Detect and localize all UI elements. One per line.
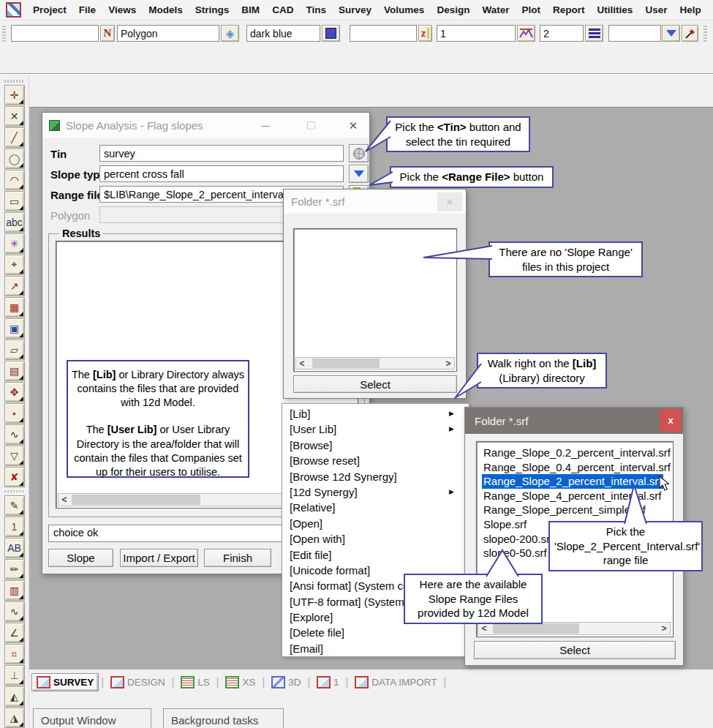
name-button[interactable]: N bbox=[100, 25, 115, 42]
insert-image-icon[interactable]: ▤ bbox=[4, 361, 25, 381]
list-hscrollbar[interactable] bbox=[295, 357, 455, 369]
file-list-item[interactable]: Range_Slope_0.2_percent_interval.srf bbox=[477, 446, 673, 460]
menu-item[interactable]: CAD bbox=[271, 3, 295, 17]
create-polygon-icon[interactable]: ▱ bbox=[4, 339, 25, 360]
eyedropper-button[interactable] bbox=[682, 25, 698, 42]
tools-icon[interactable]: ⊥ bbox=[4, 665, 25, 686]
label-1-icon[interactable]: 1 bbox=[4, 517, 25, 537]
toolbar-grip[interactable] bbox=[703, 26, 707, 42]
scroll-left-icon[interactable] bbox=[478, 623, 490, 634]
menu-item[interactable]: Plot bbox=[521, 3, 543, 17]
string-name-input[interactable] bbox=[117, 25, 219, 42]
breakline-button[interactable] bbox=[517, 25, 535, 42]
view-tab[interactable]: 3D bbox=[267, 674, 305, 691]
create-points-line-icon[interactable]: ⋆ bbox=[4, 403, 25, 424]
context-menu-item[interactable]: [Email] bbox=[282, 641, 469, 656]
scroll-left-icon[interactable] bbox=[296, 358, 308, 369]
create-line-icon[interactable]: ╱ bbox=[4, 127, 25, 148]
create-super-string-icon[interactable]: ▣ bbox=[4, 318, 25, 339]
close-button[interactable] bbox=[437, 192, 462, 211]
view-tab[interactable]: DESIGN bbox=[106, 674, 170, 691]
context-menu-item[interactable]: [Lib] bbox=[282, 406, 469, 421]
file-list-item[interactable]: Range_Slope_0.4_percent_interval.srf bbox=[477, 460, 673, 475]
scroll-left-icon[interactable] bbox=[59, 494, 70, 506]
toolbar-grip[interactable] bbox=[4, 80, 25, 83]
edit-string-icon[interactable]: ∿ bbox=[4, 601, 25, 622]
create-symbol-icon[interactable]: ✳ bbox=[4, 233, 25, 254]
measure-icon[interactable]: ↗ bbox=[4, 276, 25, 296]
plan-edit-icon[interactable]: ▥ bbox=[4, 580, 25, 601]
create-points-icon[interactable]: ✕ bbox=[4, 106, 25, 127]
create-circle-icon[interactable]: ◯ bbox=[4, 149, 25, 169]
context-menu-item[interactable]: [Relative] bbox=[282, 500, 469, 515]
context-menu-item[interactable]: [Browse] bbox=[282, 438, 469, 453]
select-button[interactable]: Select bbox=[293, 375, 457, 393]
menu-item[interactable]: Volumes bbox=[382, 3, 426, 17]
output-window-panel[interactable]: Output Window bbox=[33, 708, 151, 728]
create-text-icon[interactable]: abc bbox=[4, 212, 25, 233]
dialog-titlebar[interactable]: Slope Analysis - Flag slopes bbox=[42, 113, 369, 139]
select-button[interactable]: Select bbox=[474, 641, 676, 659]
symbol-input[interactable] bbox=[608, 25, 661, 42]
size-input[interactable] bbox=[540, 25, 584, 42]
delete-icon[interactable]: ✘ bbox=[4, 467, 25, 487]
scroll-right-icon[interactable] bbox=[658, 623, 670, 634]
create-fence-icon[interactable]: ▽ bbox=[4, 446, 25, 466]
scroll-thumb[interactable] bbox=[493, 623, 579, 634]
menu-item[interactable]: Tins bbox=[304, 3, 328, 17]
scroll-thumb[interactable] bbox=[312, 359, 380, 368]
menu-item[interactable]: BIM bbox=[240, 3, 261, 17]
popup-titlebar[interactable]: Folder *.srf x bbox=[465, 408, 683, 434]
menu-item[interactable]: Design bbox=[435, 3, 471, 17]
dropdown-button[interactable] bbox=[662, 25, 680, 42]
weight-input[interactable] bbox=[437, 25, 516, 42]
popup-titlebar[interactable]: Folder *.srf bbox=[284, 189, 466, 214]
create-rectangle-icon[interactable]: ▭ bbox=[4, 191, 25, 211]
string-type-button[interactable]: ◈ bbox=[221, 25, 239, 42]
survey-ab-icon[interactable]: AB bbox=[4, 538, 25, 558]
view-tab[interactable]: SURVEY bbox=[31, 673, 99, 691]
z-button[interactable]: z bbox=[418, 25, 432, 42]
menu-item[interactable]: Strings bbox=[194, 3, 231, 17]
slope-type-input[interactable] bbox=[99, 165, 344, 182]
menu-item[interactable]: Survey bbox=[337, 3, 373, 17]
toolbar-grip[interactable] bbox=[2, 26, 6, 42]
menu-item[interactable]: User bbox=[644, 3, 668, 17]
create-alignment-icon[interactable]: ∿ bbox=[4, 424, 25, 445]
view-tab[interactable]: XS bbox=[221, 674, 260, 691]
slope-button[interactable]: Slope bbox=[48, 549, 113, 567]
menu-item[interactable]: Models bbox=[147, 3, 184, 17]
tin-input[interactable] bbox=[99, 145, 344, 162]
minimize-button[interactable] bbox=[252, 113, 279, 138]
close-button[interactable]: x bbox=[660, 409, 682, 432]
height-input[interactable] bbox=[350, 25, 417, 42]
create-arc-icon[interactable]: ◠ bbox=[4, 170, 25, 190]
tin-colours-icon[interactable]: ◮ bbox=[4, 708, 25, 728]
create-point-icon[interactable]: ✛ bbox=[4, 85, 25, 105]
context-menu-item[interactable]: [Open with] bbox=[282, 531, 469, 547]
edit-note-icon[interactable]: ✏ bbox=[4, 559, 25, 579]
translate-icon[interactable]: ✥ bbox=[4, 382, 25, 402]
context-menu-item[interactable]: [Browse 12d Synergy] bbox=[282, 469, 469, 484]
view-tab[interactable]: 1 bbox=[312, 674, 344, 691]
menu-item[interactable]: Views bbox=[107, 3, 137, 17]
context-menu-item[interactable]: [12d Synergy] bbox=[282, 484, 469, 500]
context-menu-item[interactable]: [Delete file] bbox=[282, 625, 469, 640]
list-hscrollbar[interactable] bbox=[478, 622, 671, 635]
scroll-thumb[interactable] bbox=[72, 495, 200, 505]
menu-item[interactable]: Help bbox=[679, 3, 703, 17]
create-pipeline-icon[interactable]: ⌖ bbox=[4, 255, 25, 275]
menu-item[interactable]: Water bbox=[480, 3, 510, 17]
context-menu-item[interactable]: [User Lib] bbox=[282, 421, 469, 437]
context-menu-item[interactable]: [Open] bbox=[282, 516, 469, 531]
menu-item[interactable]: Project bbox=[31, 3, 68, 17]
context-menu-item[interactable]: [Edit file] bbox=[282, 547, 469, 563]
colour-swatch-button[interactable] bbox=[322, 25, 340, 42]
import-export-button[interactable]: Import / Export bbox=[120, 549, 198, 567]
linestyle-button[interactable] bbox=[585, 25, 603, 42]
angle-tool-icon[interactable]: ∠ bbox=[4, 623, 25, 643]
context-menu-item[interactable]: [Browse reset] bbox=[282, 453, 469, 468]
view-tab[interactable]: DATA IMPORT bbox=[350, 674, 441, 691]
toolbar-grip[interactable] bbox=[4, 490, 25, 493]
menu-item[interactable]: Utilities bbox=[596, 3, 635, 17]
